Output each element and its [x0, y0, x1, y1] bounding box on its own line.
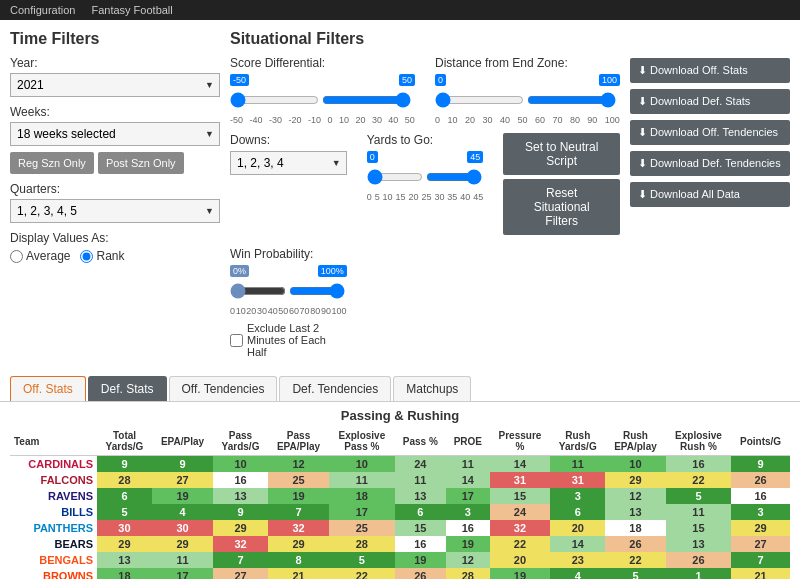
- tab-off-stats[interactable]: Off. Stats: [10, 376, 86, 401]
- download-all-data-button[interactable]: ⬇ Download All Data: [630, 182, 790, 207]
- team-name-cell: BEARS: [10, 536, 97, 552]
- win-prob-right-slider[interactable]: [289, 283, 345, 299]
- download-off-tendencies-button[interactable]: ⬇ Download Off. Tendencies: [630, 120, 790, 145]
- download-off-stats-button[interactable]: ⬇ Download Off. Stats: [630, 58, 790, 83]
- data-cell: 13: [395, 488, 446, 504]
- win-prob-ticks: 0102030405060708090100: [230, 306, 347, 316]
- data-cell: 15: [666, 520, 731, 536]
- data-cell: 32: [213, 536, 268, 552]
- data-cell: 19: [268, 488, 329, 504]
- col-explosive-rush: ExplosiveRush %: [666, 427, 731, 456]
- reset-filters-button[interactable]: Reset Situational Filters: [503, 179, 620, 235]
- table-row: FALCONS282716251111143131292226: [10, 472, 790, 488]
- year-select[interactable]: 2021202020192018: [10, 73, 220, 97]
- data-cell: 29: [152, 536, 213, 552]
- col-points: Points/G: [731, 427, 790, 456]
- data-cell: 18: [97, 568, 152, 579]
- quarters-select[interactable]: 1, 2, 3, 4, 5: [10, 199, 220, 223]
- score-diff-right-slider[interactable]: [322, 92, 411, 108]
- dist-right-slider[interactable]: [527, 92, 616, 108]
- data-cell: 10: [605, 456, 666, 473]
- data-cell: 11: [152, 552, 213, 568]
- yards-left-slider[interactable]: [367, 169, 423, 185]
- col-rush-yards: RushYards/G: [550, 427, 605, 456]
- tab-def-stats[interactable]: Def. Stats: [88, 376, 167, 401]
- table-row: BEARS292932292816192214261327: [10, 536, 790, 552]
- rank-radio[interactable]: [80, 250, 93, 263]
- data-cell: 23: [550, 552, 605, 568]
- time-filters-title: Time Filters: [10, 30, 220, 48]
- team-name-cell: BILLS: [10, 504, 97, 520]
- data-cell: 13: [97, 552, 152, 568]
- col-pass-yards: PassYards/G: [213, 427, 268, 456]
- data-cell: 11: [329, 472, 394, 488]
- post-szn-button[interactable]: Post Szn Only: [98, 152, 184, 174]
- data-cell: 19: [152, 488, 213, 504]
- tab-def-tendencies[interactable]: Def. Tendencies: [279, 376, 391, 401]
- download-def-stats-button[interactable]: ⬇ Download Def. Stats: [630, 89, 790, 114]
- downs-col: Downs: 1, 2, 3, 4 1234: [230, 133, 347, 239]
- dist-left-badge: 0: [435, 74, 446, 86]
- dist-left-slider[interactable]: [435, 92, 524, 108]
- yards-to-go-label: Yards to Go:: [367, 133, 484, 147]
- yards-right-slider[interactable]: [426, 169, 482, 185]
- team-name-cell: FALCONS: [10, 472, 97, 488]
- tab-matchups[interactable]: Matchups: [393, 376, 471, 401]
- exclude-checkbox[interactable]: [230, 334, 243, 347]
- data-cell: 5: [97, 504, 152, 520]
- data-cell: 17: [152, 568, 213, 579]
- team-name-cell: CARDINALS: [10, 456, 97, 473]
- win-prob-left-slider[interactable]: [230, 283, 286, 299]
- data-cell: 11: [395, 472, 446, 488]
- dist-end-zone-label: Distance from End Zone:: [435, 56, 620, 70]
- data-cell: 7: [213, 552, 268, 568]
- dist-end-zone-col: Distance from End Zone: 0 100 0102030405…: [435, 56, 620, 125]
- data-cell: 16: [731, 488, 790, 504]
- situational-filters-panel: Situational Filters Score Differential: …: [230, 30, 620, 366]
- dist-ticks: 0102030405060708090100: [435, 115, 620, 125]
- downs-select[interactable]: 1, 2, 3, 4 1234: [230, 151, 347, 175]
- rank-radio-label[interactable]: Rank: [80, 249, 124, 263]
- data-cell: 12: [268, 456, 329, 473]
- empty-col2: [503, 247, 620, 358]
- score-diff-left-slider[interactable]: [230, 92, 319, 108]
- download-def-tendencies-button[interactable]: ⬇ Download Def. Tendencies: [630, 151, 790, 176]
- average-radio-label[interactable]: Average: [10, 249, 70, 263]
- data-cell: 3: [446, 504, 489, 520]
- col-rush-epa: RushEPA/play: [605, 427, 666, 456]
- tabs-row: Off. Stats Def. Stats Off. Tendencies De…: [0, 376, 800, 402]
- col-explosive-pass: ExplosivePass %: [329, 427, 394, 456]
- col-epa-play: EPA/Play: [152, 427, 213, 456]
- data-cell: 15: [490, 488, 551, 504]
- data-cell: 11: [446, 456, 489, 473]
- action-buttons-col: Set to Neutral Script Reset Situational …: [503, 133, 620, 239]
- yards-left-badge: 0: [367, 151, 378, 163]
- score-diff-right-badge: 50: [399, 74, 415, 86]
- col-team: Team: [10, 427, 97, 456]
- empty-col: [367, 247, 484, 358]
- data-cell: 16: [666, 456, 731, 473]
- col-pass-epa: PassEPA/Play: [268, 427, 329, 456]
- win-prob-label: Win Probability:: [230, 247, 347, 261]
- table-row: CARDINALS991012102411141110169: [10, 456, 790, 473]
- data-cell: 5: [666, 488, 731, 504]
- nav-configuration[interactable]: Configuration: [10, 4, 75, 16]
- dist-right-badge: 100: [599, 74, 620, 86]
- weeks-select[interactable]: 18 weeks selected: [10, 122, 220, 146]
- data-cell: 5: [605, 568, 666, 579]
- data-cell: 4: [550, 568, 605, 579]
- table-row: PANTHERS303029322515163220181529: [10, 520, 790, 536]
- tab-off-tendencies[interactable]: Off. Tendencies: [169, 376, 278, 401]
- col-total-yards: TotalYards/G: [97, 427, 152, 456]
- average-radio[interactable]: [10, 250, 23, 263]
- data-cell: 20: [550, 520, 605, 536]
- neutral-script-button[interactable]: Set to Neutral Script: [503, 133, 620, 175]
- nav-fantasy-football[interactable]: Fantasy Football: [91, 4, 172, 16]
- table-title: Passing & Rushing: [10, 408, 790, 423]
- reg-szn-button[interactable]: Reg Szn Only: [10, 152, 94, 174]
- data-cell: 9: [97, 456, 152, 473]
- data-cell: 29: [268, 536, 329, 552]
- yards-to-go-col: Yards to Go: 0 45 051015202530354045: [367, 133, 484, 239]
- display-label: Display Values As:: [10, 231, 220, 245]
- quarters-label: Quarters:: [10, 182, 220, 196]
